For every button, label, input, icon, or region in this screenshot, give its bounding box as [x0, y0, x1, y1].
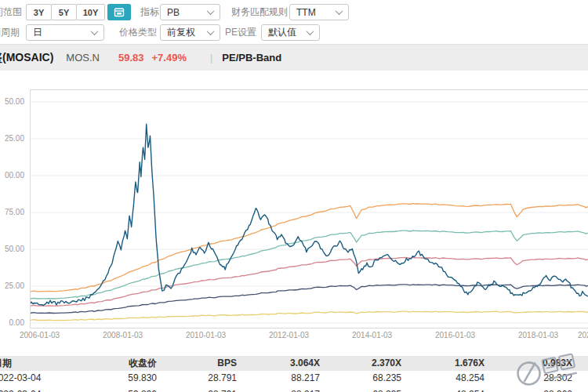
cell-close: 59.830	[78, 371, 157, 386]
col-header-bps: BPS	[158, 356, 237, 371]
table-header-row: 日期 收盘价 BPS 3.064X 2.370X 1.676X 0.983X	[0, 356, 588, 371]
cell-band2: 68.235	[323, 371, 401, 386]
col-header-close: 收盘价	[78, 356, 157, 371]
x-tick-label: 2016-01-03	[435, 331, 475, 340]
plot-border	[31, 90, 588, 328]
y-tick-label: 0.00	[0, 318, 24, 328]
pb-band-chart[interactable]: 50.0025.0000.0075.0050.0025.000.00 2006-…	[0, 0, 588, 392]
watermark-logo	[508, 347, 588, 391]
cell-bps: 28.791	[158, 371, 237, 386]
y-tick-label: 00.00	[0, 171, 24, 180]
grid-lines	[31, 102, 588, 323]
y-tick-label: 75.00	[0, 208, 24, 217]
table-row[interactable]: 2022-03-04 59.830 28.791 88.217 68.235 4…	[0, 371, 588, 386]
band-line-1.676X	[30, 257, 588, 306]
col-header-band1: 3.064X	[241, 356, 320, 371]
x-tick-label: 2014-01-03	[352, 331, 392, 340]
col-header-band2: 2.370X	[323, 356, 401, 371]
band-line-0.289X	[30, 311, 588, 321]
app-window: { "toolbar_row1": { "range_label": "时间范围…	[0, 0, 588, 392]
y-tick-label: 25.00	[0, 134, 24, 143]
y-tick-label: 25.00	[0, 281, 24, 291]
col-header-band3: 1.676X	[406, 356, 485, 371]
y-tick-label: 50.00	[0, 245, 24, 254]
x-tick-label: 2020-01-03	[578, 331, 588, 340]
x-tick-label: 2010-01-03	[186, 331, 226, 340]
table-row-partial[interactable]: 2022-03-04 59.830 28.791 88.217 68.235 4…	[0, 387, 588, 392]
x-tick-label: 2018-01-03	[518, 331, 558, 340]
x-tick-label: 2006-01-03	[20, 331, 60, 340]
x-tick-label: 2008-01-03	[103, 331, 143, 340]
x-tick-label: 2012-01-03	[269, 331, 309, 340]
chart-series	[30, 124, 588, 320]
cell-band3: 48.254	[406, 371, 485, 386]
cell-band1: 88.217	[241, 371, 320, 386]
price-line	[30, 124, 588, 305]
y-tick-label: 50.00	[0, 97, 24, 107]
